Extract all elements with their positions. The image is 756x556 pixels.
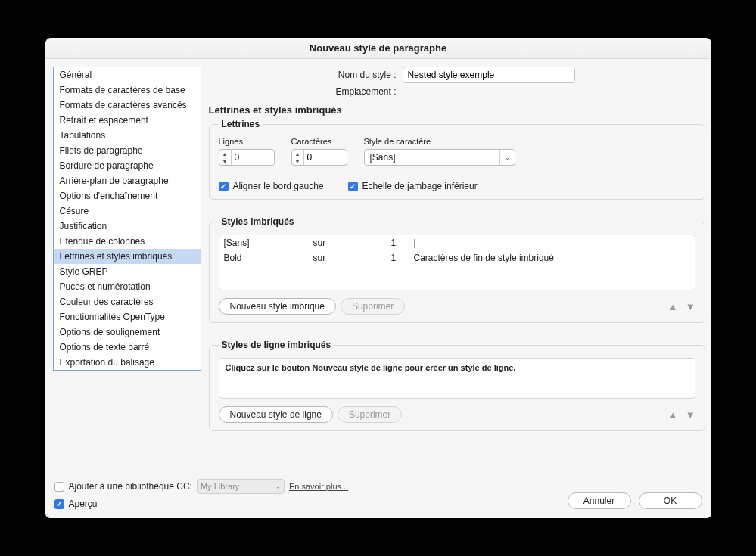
align-left-checkbox[interactable]: ✓ Aligner le bord gauche xyxy=(219,181,324,191)
nested-count-cell: 1 xyxy=(391,238,408,248)
chevron-down-icon[interactable]: ⌄ xyxy=(499,150,515,165)
new-line-style-button[interactable]: Nouveau style de ligne xyxy=(219,406,333,423)
sidebar-item[interactable]: Formats de caractères avancés xyxy=(54,98,201,113)
chars-stepper[interactable]: ▲ ▼ xyxy=(291,149,347,166)
cancel-button[interactable]: Annuler xyxy=(568,492,631,509)
sidebar-item[interactable]: Césure xyxy=(54,203,201,219)
chevron-up-icon[interactable]: ▲ xyxy=(292,150,303,157)
learn-more-link[interactable]: En savoir plus... xyxy=(289,482,348,491)
nested-sur-cell: sur xyxy=(313,238,385,248)
nested-legend: Styles imbriqués xyxy=(219,216,297,227)
move-down-icon[interactable]: ▼ xyxy=(686,301,695,312)
nested-styles-fieldset: Styles imbriqués [Sans]sur1|Boldsur1Cara… xyxy=(209,216,705,323)
char-style-value: [Sans] xyxy=(365,152,499,163)
sidebar-item[interactable]: Options de soulignement xyxy=(54,325,201,340)
table-row[interactable]: [Sans]sur1| xyxy=(219,235,695,250)
sidebar-item[interactable]: Justification xyxy=(54,219,201,234)
nested-style-cell: Bold xyxy=(224,253,307,263)
add-cc-library-label: Ajouter à une bibliothèque CC: xyxy=(69,481,192,492)
dialog-content: GénéralFormats de caractères de baseForm… xyxy=(45,59,711,473)
location-label: Emplacement : xyxy=(209,86,397,97)
line-styles-table[interactable]: Cliquez sur le bouton Nouveau style de l… xyxy=(219,358,695,399)
sidebar-item[interactable]: Couleur des caractères xyxy=(54,294,201,309)
sidebar-item[interactable]: Puces et numérotation xyxy=(54,279,201,294)
nested-end-cell: | xyxy=(414,238,690,248)
dropcaps-legend: Lettrines xyxy=(219,119,263,129)
sidebar-item[interactable]: Arrière-plan de paragraphe xyxy=(54,173,201,188)
paragraph-style-dialog: Nouveau style de paragraphe GénéralForma… xyxy=(45,38,711,518)
nested-count-cell: 1 xyxy=(391,253,408,263)
nested-sur-cell: sur xyxy=(313,253,385,263)
chevron-down-icon[interactable]: ▼ xyxy=(219,157,231,165)
checkbox-checked-icon: ✓ xyxy=(348,182,358,191)
chevron-down-icon: ⌄ xyxy=(275,483,281,490)
char-style-dropdown[interactable]: [Sans] ⌄ xyxy=(364,149,515,166)
line-styles-legend: Styles de ligne imbriqués xyxy=(219,340,334,350)
nested-end-cell: Caractères de fin de style imbriqué xyxy=(414,253,690,263)
table-row[interactable]: Boldsur1Caractères de fin de style imbri… xyxy=(219,250,695,266)
move-up-icon[interactable]: ▲ xyxy=(668,409,678,421)
char-style-label: Style de caractère xyxy=(364,137,695,146)
location-row: Emplacement : xyxy=(209,86,705,97)
preview-checkbox[interactable]: ✓ Aperçu xyxy=(54,499,349,509)
sidebar-item[interactable]: Formats de caractères de base xyxy=(54,82,201,98)
align-left-label: Aligner le bord gauche xyxy=(233,181,324,191)
cc-library-value: My Library xyxy=(201,482,275,491)
descender-label: Echelle de jambage inférieur xyxy=(362,181,478,191)
dialog-footer: Ajouter à une bibliothèque CC: My Librar… xyxy=(45,473,711,518)
nested-style-cell: [Sans] xyxy=(224,238,307,248)
line-styles-fieldset: Styles de ligne imbriqués Cliquez sur le… xyxy=(209,340,705,431)
descender-checkbox[interactable]: ✓ Echelle de jambage inférieur xyxy=(348,181,478,191)
lines-input[interactable] xyxy=(232,150,271,165)
new-nested-style-button[interactable]: Nouveau style imbriqué xyxy=(219,298,336,315)
chars-label: Caractères xyxy=(291,137,347,146)
move-up-icon[interactable]: ▲ xyxy=(668,301,678,312)
sidebar-item[interactable]: Tabulations xyxy=(54,128,201,143)
chevron-down-icon[interactable]: ▼ xyxy=(292,157,303,165)
preview-label: Aperçu xyxy=(69,499,98,509)
sidebar-item[interactable]: Retrait et espacement xyxy=(54,113,201,128)
sidebar-item[interactable]: Général xyxy=(54,67,201,82)
nested-styles-table[interactable]: [Sans]sur1|Boldsur1Caractères de fin de … xyxy=(219,235,695,290)
add-cc-library-checkbox[interactable]: Ajouter à une bibliothèque CC: xyxy=(54,481,192,492)
sidebar-item[interactable]: Filets de paragraphe xyxy=(54,143,201,158)
dropcaps-fieldset: Lettrines Lignes ▲ ▼ Caractères xyxy=(209,119,705,200)
delete-nested-style-button[interactable]: Supprimer xyxy=(341,298,405,315)
style-name-input[interactable] xyxy=(403,67,575,83)
style-name-label: Nom du style : xyxy=(209,70,397,80)
checkbox-checked-icon: ✓ xyxy=(54,499,64,509)
sidebar-item[interactable]: Bordure de paragraphe xyxy=(54,158,201,173)
sidebar-item[interactable]: Exportation du balisage xyxy=(54,355,201,370)
chevron-up-icon[interactable]: ▲ xyxy=(219,150,231,157)
style-name-row: Nom du style : xyxy=(209,67,705,83)
main-panel: Nom du style : Emplacement : Lettrines e… xyxy=(209,67,705,473)
chars-input[interactable] xyxy=(304,150,344,165)
sidebar-item[interactable]: Lettrines et styles imbriqués xyxy=(54,249,201,264)
sidebar-item[interactable]: Etendue de colonnes xyxy=(54,234,201,249)
sidebar-item[interactable]: Fonctionnalités OpenType xyxy=(54,309,201,325)
category-sidebar: GénéralFormats de caractères de baseForm… xyxy=(53,67,201,371)
lines-label: Lignes xyxy=(219,137,275,146)
ok-button[interactable]: OK xyxy=(639,492,702,509)
checkbox-checked-icon: ✓ xyxy=(219,182,229,191)
dialog-title: Nouveau style de paragraphe xyxy=(45,38,711,59)
move-down-icon[interactable]: ▼ xyxy=(686,409,695,421)
sidebar-item[interactable]: Options de texte barré xyxy=(54,340,201,355)
section-title: Lettrines et styles imbriqués xyxy=(209,104,705,116)
checkbox-unchecked-icon xyxy=(54,482,64,492)
sidebar-item[interactable]: Options d'enchaînement xyxy=(54,188,201,203)
sidebar-item[interactable]: Style GREP xyxy=(54,264,201,279)
line-styles-placeholder: Cliquez sur le bouton Nouveau style de l… xyxy=(226,363,516,372)
delete-line-style-button[interactable]: Supprimer xyxy=(338,406,402,423)
cc-library-dropdown[interactable]: My Library ⌄ xyxy=(197,479,285,494)
lines-stepper[interactable]: ▲ ▼ xyxy=(219,149,275,166)
